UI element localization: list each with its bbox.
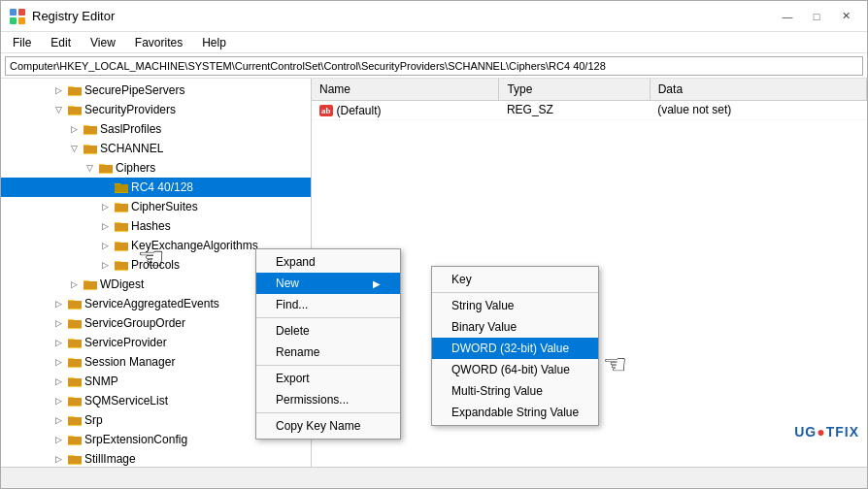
- tree-item-stillimage[interactable]: ▷ StillImage: [1, 449, 311, 467]
- folder-icon-schannel: [83, 141, 98, 156]
- row-type: REG_SZ: [499, 100, 650, 119]
- minimize-button[interactable]: —: [774, 6, 801, 27]
- menu-view[interactable]: View: [83, 34, 123, 51]
- label-schannel: SCHANNEL: [100, 142, 163, 155]
- submenu-key[interactable]: Key: [432, 269, 598, 290]
- tree-item-rc4[interactable]: RC4 40/128: [1, 178, 311, 197]
- expander-serviceagg[interactable]: ▷: [51, 297, 65, 310]
- app-icon: [9, 8, 26, 25]
- ctx-permissions[interactable]: Permissions...: [256, 389, 400, 410]
- expander-protocols[interactable]: ▷: [98, 258, 112, 272]
- folder-icon-srpextension: [67, 432, 83, 447]
- tree-item-ciphersuites[interactable]: ▷ CipherSuites: [1, 197, 311, 216]
- tree-item-securityproviders[interactable]: ▽ SecurityProviders: [1, 100, 311, 119]
- folder-icon-keyexchange: [114, 238, 129, 253]
- ctx-new[interactable]: New ▶: [256, 273, 400, 294]
- ctx-find[interactable]: Find...: [256, 294, 400, 315]
- ctx-sep1: [256, 317, 400, 318]
- window-controls: — □ ✕: [774, 6, 859, 27]
- ctx-rename[interactable]: Rename: [256, 342, 400, 363]
- expander-ciphers[interactable]: ▽: [83, 161, 96, 175]
- expander-securityproviders[interactable]: ▽: [51, 103, 65, 116]
- folder-icon-wdigest: [83, 277, 98, 292]
- folder-icon-securityproviders: [67, 102, 83, 117]
- folder-icon-sqmservicelist: [67, 393, 83, 408]
- expander-srpextension[interactable]: ▷: [51, 433, 65, 446]
- folder-icon-servicegrouporder: [67, 315, 83, 331]
- expander-servicegrouporder[interactable]: ▷: [51, 316, 65, 330]
- maximize-button[interactable]: □: [803, 6, 830, 27]
- folder-icon-saslprofiles: [83, 121, 98, 137]
- ctx-export[interactable]: Export: [256, 368, 400, 389]
- folder-icon-hashes: [114, 218, 129, 234]
- tree-item-saslprofiles[interactable]: ▷ SaslProfiles: [1, 119, 311, 139]
- title-bar-title: Registry Editor: [32, 9, 774, 23]
- table-row[interactable]: ab (Default) REG_SZ (value not set): [312, 100, 867, 119]
- registry-table: Name Type Data ab (Default) REG_SZ: [312, 79, 867, 120]
- expander-saslprofiles[interactable]: ▷: [67, 122, 81, 136]
- expander-rc4[interactable]: [98, 180, 112, 194]
- menu-file[interactable]: File: [5, 34, 39, 51]
- ctx-sep3: [256, 412, 400, 413]
- tree-item-securepipeservers[interactable]: ▷ SecurePipeServers: [1, 81, 311, 100]
- expander-sqmservicelist[interactable]: ▷: [51, 394, 65, 408]
- folder-icon-rc4: [114, 179, 129, 195]
- label-stillimage: StillImage: [84, 452, 136, 466]
- close-button[interactable]: ✕: [832, 6, 859, 27]
- svg-rect-0: [10, 9, 17, 16]
- submenu-expandable-string[interactable]: Expandable String Value: [432, 402, 598, 423]
- expander-wdigest[interactable]: ▷: [67, 277, 81, 291]
- folder-icon-snmp: [67, 374, 83, 389]
- submenu-multi-string[interactable]: Multi-String Value: [432, 380, 598, 402]
- label-srp: Srp: [84, 413, 103, 427]
- folder-icon-srp: [67, 412, 83, 428]
- folder-icon-stillimage: [67, 451, 83, 467]
- menu-help[interactable]: Help: [194, 34, 234, 51]
- ctx-expand[interactable]: Expand: [256, 251, 400, 273]
- label-serviceprovider: ServiceProvider: [84, 336, 167, 349]
- ctx-copy-key-name[interactable]: Copy Key Name: [256, 415, 400, 437]
- submenu-sep1: [432, 292, 598, 293]
- folder-icon-serviceprovider: [67, 335, 83, 350]
- submenu-string-value[interactable]: String Value: [432, 295, 598, 316]
- tree-item-ciphers[interactable]: ▽ Ciphers: [1, 158, 311, 178]
- expander-ciphersuites[interactable]: ▷: [98, 200, 112, 213]
- expander-sessionmanager[interactable]: ▷: [51, 355, 65, 369]
- folder-icon-securepipeservers: [67, 82, 83, 98]
- label-securepipeservers: SecurePipeServers: [84, 83, 184, 97]
- menu-favorites[interactable]: Favorites: [127, 34, 190, 51]
- col-data: Data: [650, 79, 866, 100]
- label-rc4: RC4 40/128: [131, 180, 193, 194]
- title-bar: Registry Editor — □ ✕: [1, 1, 867, 32]
- expander-srp[interactable]: ▷: [51, 413, 65, 427]
- folder-icon-serviceagg: [67, 296, 83, 311]
- submenu-qword-value[interactable]: QWORD (64-bit) Value: [432, 359, 598, 380]
- address-bar: [1, 53, 867, 79]
- expander-hashes[interactable]: ▷: [98, 219, 112, 233]
- label-hashes: Hashes: [131, 219, 171, 233]
- label-saslprofiles: SaslProfiles: [100, 122, 161, 136]
- registry-editor-window: Registry Editor — □ ✕ File Edit View Fav…: [0, 0, 868, 489]
- expander-stillimage[interactable]: ▷: [51, 452, 65, 466]
- row-name: ab (Default): [312, 100, 499, 119]
- submenu-dword-value[interactable]: DWORD (32-bit) Value: [432, 338, 598, 359]
- menu-bar: File Edit View Favorites Help: [1, 32, 867, 53]
- expander-securepipeservers[interactable]: ▷: [51, 83, 65, 97]
- tree-item-hashes[interactable]: ▷ Hashes: [1, 216, 311, 236]
- expander-snmp[interactable]: ▷: [51, 375, 65, 388]
- label-snmp: SNMP: [84, 375, 118, 388]
- label-serviceagg: ServiceAggregatedEvents: [84, 297, 219, 310]
- expander-keyexchange[interactable]: ▷: [98, 239, 112, 252]
- folder-icon-protocols: [114, 257, 129, 273]
- tree-item-schannel[interactable]: ▽ SCHANNEL: [1, 139, 311, 158]
- label-keyexchange: KeyExchangeAlgorithms: [131, 239, 258, 252]
- folder-icon-ciphersuites: [114, 199, 129, 214]
- submenu-binary-value[interactable]: Binary Value: [432, 316, 598, 338]
- expander-serviceprovider[interactable]: ▷: [51, 336, 65, 349]
- watermark: UG●TFIX: [794, 424, 859, 440]
- submenu-arrow: ▶: [373, 278, 381, 289]
- menu-edit[interactable]: Edit: [43, 34, 79, 51]
- expander-schannel[interactable]: ▽: [67, 142, 81, 155]
- address-input[interactable]: [5, 56, 863, 76]
- ctx-delete[interactable]: Delete: [256, 320, 400, 342]
